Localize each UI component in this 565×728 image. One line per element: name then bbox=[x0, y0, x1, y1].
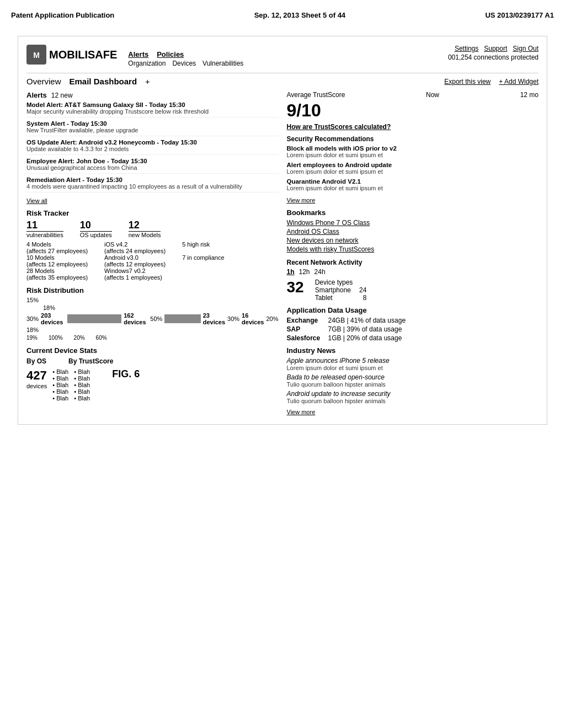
bookmark-1[interactable]: Windows Phone 7 OS Class bbox=[287, 219, 539, 227]
sec-rec-3: Quarantine Android V2.1 Lorem ipsum dolo… bbox=[287, 178, 539, 191]
connections-count: 001,254 connections protected bbox=[448, 53, 539, 61]
dt-row-smartphone: Smartphone 24 bbox=[315, 286, 367, 294]
signout-link[interactable]: Sign Out bbox=[513, 45, 539, 52]
support-link[interactable]: Support bbox=[484, 45, 507, 52]
in-item-1: Apple announces iPhone 5 release Lorem i… bbox=[287, 357, 539, 371]
os-blah-3: Blah bbox=[52, 382, 68, 388]
alerts-title: Alerts bbox=[26, 91, 47, 99]
nav-alerts[interactable]: Alerts bbox=[128, 50, 148, 58]
bookmarks: Bookmarks Windows Phone 7 OS Class Andro… bbox=[287, 208, 539, 253]
nav-sub: Organization Devices Vulnerabilities bbox=[128, 60, 243, 67]
dist-bar-162 bbox=[164, 314, 200, 323]
rn-tab-24h[interactable]: 24h bbox=[315, 268, 326, 276]
in-desc-1: Lorem ipsum dolor et sumi ipsum et bbox=[287, 365, 539, 371]
adu-sap: SAP 7GB | 39% of data usage bbox=[287, 325, 539, 333]
tab-add[interactable]: + bbox=[145, 77, 150, 86]
dist-row-main: 30% 203 devices 162 devices 50% 23 devic… bbox=[26, 312, 279, 325]
rc2-i6: (affects 1 employees) bbox=[104, 274, 166, 281]
alert-desc-3: Update available to 4.3.3 for 2 models bbox=[26, 146, 279, 152]
svg-text:M: M bbox=[33, 51, 40, 60]
risk-col-3: 5 high risk 7 in compliance bbox=[182, 241, 224, 281]
fig-label-container: FIG. 6 bbox=[112, 368, 140, 402]
in-title: Industry News bbox=[287, 346, 539, 355]
alert-title-5: Remediation Alert - Today 15:30 bbox=[26, 176, 279, 183]
current-device-stats: Current Device Stats By OS By TrustScore… bbox=[26, 346, 279, 402]
settings-link[interactable]: Settings bbox=[455, 45, 478, 52]
rn-title: Recent Network Activity bbox=[287, 259, 539, 266]
alert-item-3: OS Update Alert: Android v3.2 Honeycomb … bbox=[26, 139, 279, 155]
adu-salesforce: Salesforce 1GB | 20% of data usage bbox=[287, 334, 539, 342]
bookmark-3[interactable]: New devices on network bbox=[287, 237, 539, 244]
dist-23-label: 23 devices bbox=[203, 312, 225, 325]
ts-blah-5: Blah bbox=[74, 395, 90, 402]
risk-num-vulnerabilities: 11 vulnerabilities bbox=[26, 220, 63, 238]
adu-salesforce-app: Salesforce bbox=[287, 334, 323, 342]
logo-text: MOBILISAFE bbox=[49, 49, 117, 61]
device-types-row: 32 Device types Smartphone 24 Tablet 8 bbox=[287, 279, 539, 302]
tab-email-dashboard[interactable]: Email Dashboard bbox=[70, 77, 137, 86]
nav-vulnerabilities[interactable]: Vulnerabilities bbox=[202, 60, 243, 67]
by-os-list: Blah Blah Blah Blah Blah bbox=[52, 368, 68, 402]
rec-title-3: Quarantine Android V2.1 bbox=[287, 178, 539, 185]
rn-tab-12h[interactable]: 12h bbox=[299, 268, 310, 276]
risk-num-os-updates: 10 OS updates bbox=[80, 220, 112, 238]
os-blah-2: Blah bbox=[52, 375, 68, 382]
rc1-i1: 4 Models bbox=[26, 241, 88, 248]
rec-desc-3: Lorem ipsum dolor et sumi ipsum et bbox=[287, 185, 539, 191]
ts-blah-3: Blah bbox=[74, 382, 90, 388]
risk-num-new-models: 12 new Models bbox=[129, 220, 161, 238]
adu-exchange-app: Exchange bbox=[287, 317, 323, 324]
rn-tab-1h[interactable]: 1h bbox=[287, 268, 295, 276]
devices-label: devices bbox=[26, 383, 47, 389]
device-types-right: Device types Smartphone 24 Tablet 8 bbox=[315, 279, 367, 302]
dt-smartphone-count: 24 bbox=[359, 286, 366, 294]
rc3-i3: 7 in compliance bbox=[182, 254, 224, 261]
alert-title-3: OS Update Alert: Android v3.2 Honeycomb … bbox=[26, 139, 279, 146]
in-headline-1: Apple announces iPhone 5 release bbox=[287, 357, 539, 365]
page-tabs: Overview Email Dashboard + bbox=[26, 77, 150, 86]
bookmark-2[interactable]: Android OS Class bbox=[287, 228, 539, 235]
in-view-more[interactable]: View more bbox=[287, 409, 316, 415]
risk-col-2: iOS v4.2 (affects 24 employees) Android … bbox=[104, 241, 166, 281]
vuln-count: 11 bbox=[26, 220, 63, 232]
os-updates-label: OS updates bbox=[80, 232, 112, 238]
alert-desc-2: New TrustFilter available, please upgrad… bbox=[26, 127, 279, 133]
dist-16-label: 16 devices bbox=[242, 312, 264, 325]
patent-header: Patent Application Publication Sep. 12, … bbox=[11, 11, 554, 19]
add-widget-button[interactable]: + Add Widget bbox=[499, 78, 539, 85]
nav-devices[interactable]: Devices bbox=[172, 60, 196, 67]
rc2-i2: (affects 24 employees) bbox=[104, 248, 166, 254]
top-nav: M MOBILISAFE Alerts Policies Organizatio… bbox=[26, 45, 539, 67]
in-desc-3: Tulio quorum balloon hipster animals bbox=[287, 398, 539, 404]
risk-dist-title: Risk Distribution bbox=[26, 286, 279, 295]
top-right-links: Settings Support Sign Out bbox=[455, 45, 539, 52]
device-count-big: 32 bbox=[287, 279, 304, 302]
recent-network-activity: Recent Network Activity 1h 12h 24h 32 De… bbox=[287, 259, 539, 302]
sec-rec-title: Security Recommendations bbox=[287, 135, 539, 143]
os-blah-1: Blah bbox=[52, 368, 68, 375]
bookmark-4[interactable]: Models with risky TrustScores bbox=[287, 245, 539, 253]
dist-30pct-2: 30% bbox=[227, 315, 239, 322]
rc2-i1: iOS v4.2 bbox=[104, 241, 166, 248]
rc1-i5: 28 Models bbox=[26, 267, 88, 274]
nav-organization[interactable]: Organization bbox=[128, 60, 166, 67]
sec-rec-view-more[interactable]: View more bbox=[287, 197, 316, 204]
cds-count-block: 427 devices bbox=[26, 368, 47, 402]
rc1-i6: (affects 35 employees) bbox=[26, 274, 88, 281]
dist-scale-100: 100% bbox=[49, 335, 63, 341]
cds-grid: By OS By TrustScore bbox=[26, 357, 279, 367]
nav-policies[interactable]: Policies bbox=[157, 50, 184, 58]
dist-162-label: 162 devices bbox=[124, 312, 148, 325]
dist-19pct: 19% bbox=[26, 335, 38, 341]
alerts-view-all[interactable]: View all bbox=[26, 197, 47, 204]
left-column: Alerts 12 new Model Alert: AT&T Samsung … bbox=[26, 91, 279, 416]
alert-desc-4: Unusual geographical access from China bbox=[26, 164, 279, 171]
how-calculated[interactable]: How are TrustScores calculated? bbox=[287, 123, 539, 131]
alert-title-4: Employee Alert: John Doe - Today 15:30 bbox=[26, 158, 279, 164]
tab-overview[interactable]: Overview bbox=[26, 77, 61, 86]
new-models-count: 12 bbox=[129, 220, 161, 232]
ts-blah-2: Blah bbox=[74, 375, 90, 382]
export-button[interactable]: Export this view bbox=[444, 78, 491, 85]
logo-icon: M bbox=[26, 45, 46, 65]
in-desc-2: Tulio quorum balloon hipster animals bbox=[287, 381, 539, 388]
